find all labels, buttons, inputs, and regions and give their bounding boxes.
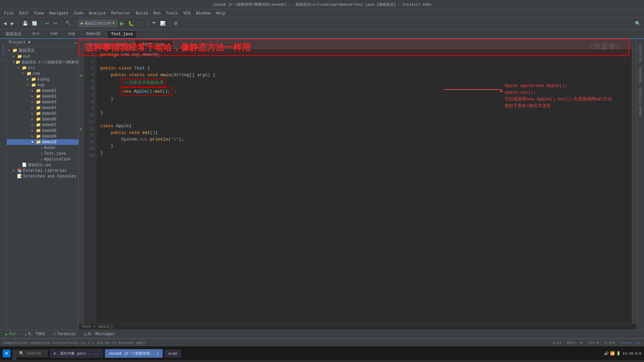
structure-tab[interactable]: Structure [638,42,643,64]
tree-demo07[interactable]: ▶ 📁 demo07 [7,122,78,128]
editor-scrollbar[interactable] [632,49,637,323]
taskbar: ⊞ 🔍 Search 8. 面向对象.pptx - ... JavaSE [F:… [0,347,644,360]
status-indent: 4:336 [604,341,615,345]
run-config-selector[interactable]: ▶ Application ▼ [78,20,117,27]
menu-file[interactable]: File [1,10,16,16]
nav-tab-com[interactable]: com [47,30,61,38]
run-tab-run[interactable]: ▶ Run [3,331,19,338]
code-editor[interactable]: ▶ ▶ 12345 678910 1112131415 16 [79,49,637,323]
tree-demo04[interactable]: ▶ 📁 demo04 [7,105,78,111]
menu-navigate[interactable]: Navigate [46,10,71,16]
toolbar-forward[interactable]: ▶ [9,20,15,27]
editor-area: 这种事情我经常干哈哈，像静态方法一样用 《你是谁》 ☕ Application.… [79,39,637,330]
code-content[interactable]: package com.oop.demo10; public class Tes… [96,49,632,323]
stop-button[interactable]: ⬛ [137,20,145,27]
project-actions[interactable]: ⚙ [74,41,76,45]
event-log-link[interactable]: Event Log [621,341,641,345]
nav-tab-oop[interactable]: oop [65,30,79,38]
menu-run[interactable]: Run [151,10,163,16]
nav-tab-testjava[interactable]: Test.java [108,30,136,38]
tab-application-close[interactable]: ✕ [128,43,130,47]
menu-edit[interactable]: Edit [16,10,32,16]
tab-test-close[interactable]: ✕ [167,42,169,46]
editor-tab-application[interactable]: ☕ Application.java ✕ [79,40,135,49]
right-sidebar: Structure Database Maven Projects [637,39,644,330]
toolbar-build[interactable]: 🔨 [64,20,72,27]
code-line-5: //没有名字初始化类 [100,79,632,87]
toolbar-sep-4 [75,20,75,27]
tree-demo02[interactable]: ▶ 📁 demo02 [7,94,78,99]
run-tab-terminal[interactable]: □ Terminal [51,331,79,337]
left-sidebar: 1: Project [0,39,7,330]
tab-application-label: Application.java [87,42,125,47]
run-tab-todo[interactable]: ⚠ 6: TODO [22,331,48,338]
menu-view[interactable]: View [32,10,47,16]
tree-demo05[interactable]: ▶ 📁 demo05 [7,111,78,116]
code-line-16 [100,156,632,163]
nav-tab-jichu[interactable]: 基础语法 [2,30,25,38]
ai-label[interactable]: Ai [12,357,17,361]
nav-tab-src[interactable]: src [29,30,43,38]
toolbar-redo[interactable]: ↪ [52,20,58,27]
tree-src[interactable]: ▼ 📁 src [7,65,78,71]
taskbar-item-javase[interactable]: JavaSE [F:\\班级管理...] [105,349,163,358]
toolbar-save[interactable]: 💾 [21,20,29,27]
run-tab-messages[interactable]: ✉ 0: Messages [82,331,117,338]
code-line-10 [100,116,632,123]
settings-button[interactable]: ⚙ [172,20,179,27]
code-line-1: package com.oop.demo10; [100,52,632,58]
tree-outer[interactable]: ☕ Outer [7,145,78,151]
tree-oop[interactable]: ▼ 📁 oop [7,82,78,88]
menu-vcs[interactable]: VCS [181,10,194,16]
toolbar-sync[interactable]: 🔄 [31,20,39,27]
toolbar-undo[interactable]: ↩ [44,20,51,27]
tree-external-libs[interactable]: ▶ 📚 External Libraries [7,168,78,173]
tree-demo01[interactable]: ▶ 📁 demo01 [7,88,78,94]
taskbar-start[interactable]: ⊞ [3,350,10,357]
tree-jichu2[interactable]: ▼ 📁 基础语法 F:\\班级管理\\网课代码\\JavaSE\\... [7,59,78,65]
taskbar-item-pptx[interactable]: 8. 面向对象.pptx - ... [50,349,103,358]
project-title: Project ▼ [9,40,31,45]
tree-testjava[interactable]: ☕ Test.java [7,151,78,156]
menu-refactor[interactable]: Refactor [108,10,133,16]
toolbar-sep-3 [61,20,61,27]
database-tab[interactable]: Database [638,64,643,85]
run-button[interactable]: ▶ [119,19,125,27]
tree-demo08[interactable]: ▶ 📁 demo08 [7,128,78,134]
status-encoding: UTF-8 [588,341,599,345]
code-line-13: System.out.println("1"); [100,136,632,143]
run-arrow-11[interactable]: ▶ [80,127,83,131]
tree-scratches[interactable]: 📝 Scratches and Consoles [7,173,78,179]
run-config-name: Application [85,21,111,26]
tree-demo09[interactable]: ▶ 📁 demo09 [7,134,78,139]
menu-code[interactable]: Code [71,10,86,16]
project-icon[interactable]: 1: Project [1,42,6,62]
run-arrow-4[interactable]: ▶ [80,73,83,77]
tree-demo03[interactable]: ▶ 📁 demo03 [7,99,78,105]
tree-application[interactable]: ☕ Application [7,156,78,162]
menu-help[interactable]: Help [213,10,228,16]
tree-com[interactable]: ▼ 📁 com [7,71,78,76]
tree-demo10[interactable]: ▼ 📁 demo10 [7,139,78,145]
search-everywhere[interactable]: 🔍 [634,20,642,27]
editor-tab-test[interactable]: ☕ Test.java ✕ [135,40,173,49]
menu-build[interactable]: Build [133,10,151,16]
toolbar-back[interactable]: ◀ [2,20,8,27]
profiler-button[interactable]: 📊 [159,20,167,27]
menu-tools[interactable]: Tools [163,10,181,16]
tree-kuang[interactable]: ▶ 📁 kuang [7,76,78,82]
coverage-button[interactable]: ☂ [151,20,157,27]
taskbar-item-ocam[interactable]: ocam [165,350,181,357]
project-header: Project ▼ ⚙ [7,39,78,47]
taskbar-search[interactable]: 🔍 Search [12,350,48,357]
menu-window[interactable]: Window [193,10,213,16]
menu-analyze[interactable]: Analyze [86,10,108,16]
tree-jichu[interactable]: ▼ 📁 基础语法 [7,47,78,54]
tree-demo06[interactable]: ▶ 📁 demo06 [7,116,78,122]
debug-button[interactable]: 🐛 [127,20,135,27]
tree-out[interactable]: ▶ 📁 out [7,54,78,59]
maven-tab[interactable]: Maven Projects [638,85,643,117]
nav-tab-demo10[interactable]: demo10 [83,30,104,38]
tree-iml[interactable]: 📄 基础语法.iml [7,162,78,168]
title-text: JavaSE [F:\班级管理\网课代码\JavaSE] - …基础语法\src… [3,2,641,7]
